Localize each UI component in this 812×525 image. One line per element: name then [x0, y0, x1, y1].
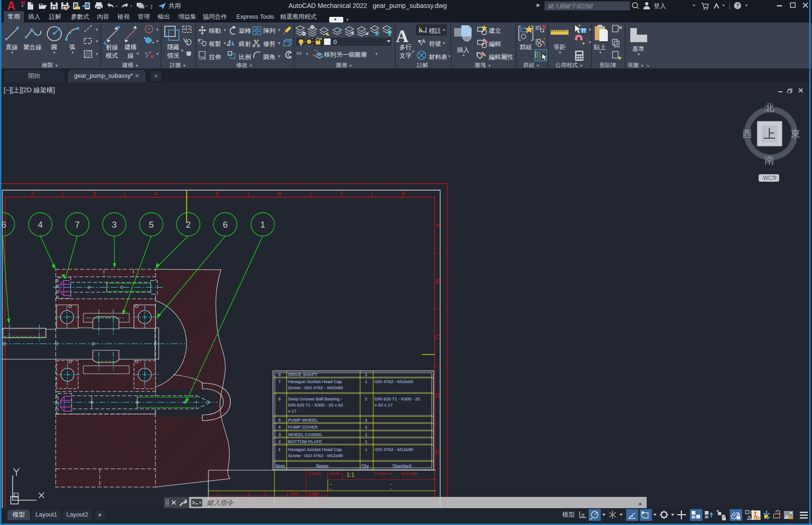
svg-text:Surface: Surface [308, 471, 322, 476]
svg-text:3: 3 [92, 190, 96, 197]
svg-text:上: 上 [763, 127, 775, 141]
svg-text:4: 4 [154, 190, 157, 197]
svg-text:WHEEL CASING: WHEEL CASING [288, 432, 322, 437]
svg-text:A: A [436, 222, 440, 229]
svg-text:3: 3 [278, 432, 281, 437]
svg-text:Name: Name [308, 491, 319, 496]
svg-text:0: 0 [333, 38, 337, 45]
svg-text:A: A [422, 38, 426, 44]
svg-text:2: 2 [186, 220, 191, 229]
svg-text:DRIVE SHAFT: DRIVE SHAFT [288, 372, 317, 377]
svg-text:–: – [330, 482, 332, 487]
svg-text:8: 8 [278, 372, 281, 377]
svg-text:x 17: x 17 [288, 408, 296, 414]
svg-text:2: 2 [30, 190, 34, 197]
svg-text:–: – [390, 487, 392, 491]
svg-text:4: 4 [278, 424, 281, 429]
svg-text:ISO 4762 - M10x60: ISO 4762 - M10x60 [375, 379, 413, 384]
svg-text:C: C [435, 333, 439, 340]
svg-text:–: – [390, 482, 392, 487]
svg-text:2: 2 [365, 396, 367, 401]
svg-text:西: 西 [743, 128, 752, 139]
svg-text:PUMP WHEEL: PUMP WHEEL [288, 417, 318, 422]
svg-text:Scale: Scale [330, 471, 340, 476]
svg-text:南: 南 [765, 155, 775, 165]
svg-text:7: 7 [75, 220, 80, 229]
svg-text:5: 5 [149, 220, 154, 229]
svg-text:1: 1 [278, 447, 281, 452]
svg-text:ISO 4762 - M12x90: ISO 4762 - M12x90 [375, 447, 413, 452]
svg-text:x 62 x 17: x 62 x 17 [375, 402, 393, 407]
svg-text:–: – [415, 471, 417, 476]
svg-text:1:1: 1:1 [347, 472, 354, 478]
svg-text:2: 2 [278, 439, 281, 444]
svg-text:6: 6 [1, 220, 7, 229]
svg-text:Position: Position [375, 471, 389, 476]
svg-text:PUMP COVER: PUMP COVER [288, 424, 318, 429]
svg-text:6: 6 [278, 396, 281, 401]
svg-text:東: 東 [790, 128, 800, 139]
svg-text:BOTTOM PLATE: BOTTOM PLATE [288, 439, 322, 444]
svg-text:Date: Date [290, 491, 299, 496]
svg-text:–: – [330, 487, 332, 491]
svg-text:5: 5 [215, 190, 219, 197]
svg-text:7: 7 [278, 379, 281, 384]
svg-text:–: – [390, 471, 392, 476]
svg-text:D: D [435, 392, 439, 399]
svg-text:Hexagon Socket Head Cap: Hexagon Socket Head Cap [288, 447, 342, 452]
svg-text:DIN 625 T1 - 6305 - 25 x 62: DIN 625 T1 - 6305 - 25 x 62 [288, 402, 343, 407]
svg-text:7: 7 [340, 190, 343, 197]
svg-text:E: E [436, 448, 440, 455]
svg-text:1: 1 [365, 417, 367, 422]
svg-text:1: 1 [365, 372, 367, 377]
svg-text:Hexagon Socket Head Cap: Hexagon Socket Head Cap [288, 379, 342, 384]
svg-text:1: 1 [365, 432, 367, 437]
svg-text:WCS: WCS [763, 175, 776, 181]
svg-text:Standard: Standard [392, 464, 412, 469]
svg-text:8: 8 [401, 190, 405, 197]
svg-text:1: 1 [365, 447, 367, 452]
svg-text:1: 1 [260, 220, 266, 229]
svg-text:4: 4 [38, 220, 43, 229]
svg-text:5: 5 [278, 417, 281, 422]
svg-text:3: 3 [112, 220, 117, 229]
svg-text:Name: Name [316, 464, 329, 469]
svg-text:B: B [436, 278, 440, 285]
svg-text:Screw - ISO 4762 - M12x90: Screw - ISO 4762 - M12x90 [288, 453, 343, 458]
svg-text:Item: Item [276, 464, 285, 469]
svg-text:北: 北 [765, 102, 775, 113]
svg-text:6: 6 [278, 190, 281, 197]
svg-text:Screw - ISO 4762 - M10x60: Screw - ISO 4762 - M10x60 [288, 385, 343, 390]
svg-text:Quantity: Quantity [401, 471, 416, 476]
svg-text:DIN 625 T1 - 6305 - 25: DIN 625 T1 - 6305 - 25 [375, 396, 420, 401]
svg-text:6: 6 [223, 220, 228, 229]
svg-text:1: 1 [365, 439, 367, 444]
svg-text:1: 1 [365, 379, 367, 384]
svg-text:?: ? [736, 3, 739, 8]
svg-text:Deep Groove Ball Bearing -: Deep Groove Ball Bearing - [288, 396, 342, 401]
svg-text:Qty: Qty [362, 464, 369, 469]
svg-text:1: 1 [365, 424, 367, 429]
